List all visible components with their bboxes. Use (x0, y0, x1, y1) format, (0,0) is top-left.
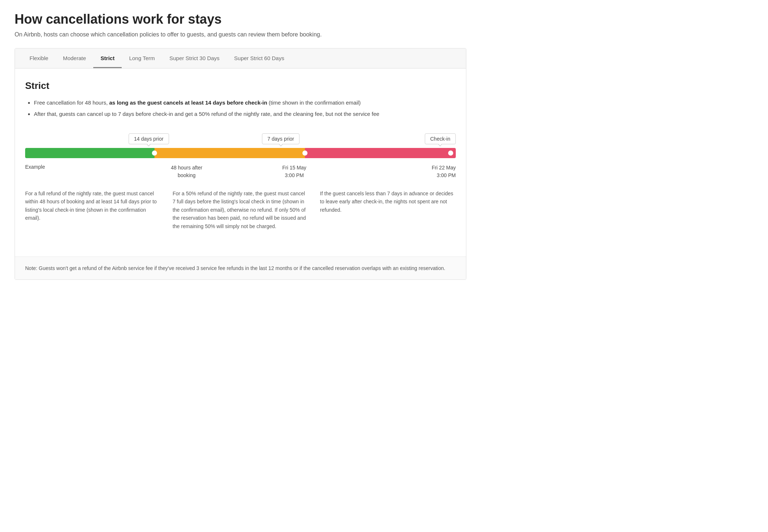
timeline-bar (25, 148, 456, 158)
note-text: Note: Guests won't get a refund of the A… (25, 265, 445, 271)
tabs-header: Flexible Moderate Strict Long Term Super… (15, 48, 466, 69)
label-checkin-box: Check-in (425, 133, 456, 144)
page-title: How cancellations work for stays (15, 12, 466, 27)
dot-orange (302, 150, 307, 156)
example-value-2: Fri 15 May3:00 PM (240, 164, 348, 179)
strict-title: Strict (25, 80, 456, 91)
bar-red (305, 148, 456, 158)
descriptions-row: For a full refund of the nightly rate, t… (25, 189, 456, 230)
page-subtitle: On Airbnb, hosts can choose which cancel… (15, 31, 466, 38)
tab-moderate[interactable]: Moderate (56, 48, 93, 68)
label-7-days: 7 days prior (262, 133, 299, 144)
strict-bullets: Free cancellation for 48 hours, as long … (25, 99, 456, 118)
bullet-1-after: (time shown in the confirmation email) (267, 99, 361, 106)
tab-flexible[interactable]: Flexible (22, 48, 56, 68)
desc-col-1: For a full refund of the nightly rate, t… (25, 189, 161, 230)
tab-long-term[interactable]: Long Term (122, 48, 162, 68)
example-row: Example 48 hours afterbooking Fri 15 May… (25, 164, 456, 179)
bar-green (25, 148, 154, 158)
bullet-1-bold: as long as the guest cancels at least 14… (109, 99, 267, 106)
tab-strict[interactable]: Strict (93, 48, 122, 68)
example-label: Example (25, 164, 45, 170)
example-col-3: Fri 22 May3:00 PM (348, 164, 456, 179)
dot-red (448, 150, 453, 156)
note-section: Note: Guests won't get a refund of the A… (15, 257, 466, 279)
example-col-1: 48 hours afterbooking (133, 164, 241, 179)
timeline-section: 14 days prior 7 days prior Check-in (25, 130, 456, 230)
bullet-1: Free cancellation for 48 hours, as long … (34, 99, 456, 107)
tab-super-strict-30[interactable]: Super Strict 30 Days (162, 48, 227, 68)
bullet-1-before: Free cancellation for 48 hours, (34, 99, 109, 106)
example-label-col: Example (25, 164, 133, 179)
dot-green (152, 150, 157, 156)
label-14-days: 14 days prior (129, 133, 169, 144)
example-value-3: Fri 22 May3:00 PM (348, 164, 456, 179)
bar-orange (154, 148, 305, 158)
desc-col-3: If the guest cancels less than 7 days in… (320, 189, 456, 230)
example-col-2: Fri 15 May3:00 PM (240, 164, 348, 179)
desc-col-2: For a 50% refund of the nightly rate, th… (173, 189, 309, 230)
label-14-box: 14 days prior (129, 133, 169, 144)
label-7-box: 7 days prior (262, 133, 299, 144)
label-checkin: Check-in (425, 133, 456, 144)
tab-super-strict-60[interactable]: Super Strict 60 Days (227, 48, 292, 68)
tab-content-strict: Strict Free cancellation for 48 hours, a… (15, 69, 466, 257)
bullet-2: After that, guests can cancel up to 7 da… (34, 110, 456, 118)
timeline-labels-row: 14 days prior 7 days prior Check-in (25, 130, 456, 144)
tabs-container: Flexible Moderate Strict Long Term Super… (15, 48, 466, 280)
example-value-1: 48 hours afterbooking (133, 164, 241, 179)
